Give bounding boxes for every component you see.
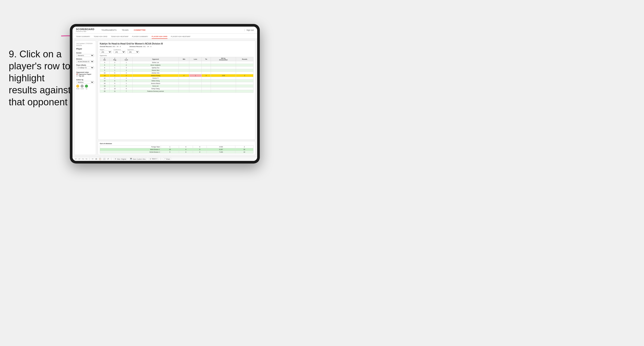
table-row[interactable]: 3 2 1 Esther Lee [100, 61, 254, 64]
tablet-screen: SCOREBOARD Powered by clippi TOURNAMENTS… [72, 27, 257, 161]
tab-team-h2h-grid[interactable]: TEAM H2H GRID [94, 35, 108, 39]
reset-icon[interactable]: ↺ [107, 158, 109, 160]
table-row[interactable]: 6 1 3 Sydney Kuo [100, 66, 254, 69]
cell-loss [189, 90, 202, 93]
grid-title: Katelyn Vo Head-to-Head Grid for Women's… [100, 42, 254, 45]
cell-div: 9 [100, 69, 110, 72]
save-custom-button[interactable]: 💾 Save Custom View [129, 158, 147, 160]
view-original-button[interactable]: 👁 View: Original [114, 158, 127, 160]
cell-conf: 4 [120, 69, 132, 72]
table-row[interactable]: 9 1 4 Sharon Mun [100, 69, 254, 72]
list-item[interactable]: NAIA Division 1 15 0 0 9.267 30 [100, 148, 254, 151]
table-row[interactable]: 15 8 5 Stella Cheng [100, 80, 254, 82]
opponent-filter-group: Opponent (All) [127, 49, 139, 53]
grid-container: Katelyn Vo Head-to-Head Grid for Women's… [98, 40, 256, 140]
cell-reg: 9 [109, 82, 120, 85]
sidebar: Last Updated: 27/03/2024 16:55:38 Player… [74, 40, 96, 155]
region-filter-select[interactable]: (All) [100, 51, 112, 53]
out-div-title: Out of division [100, 143, 254, 145]
table-row[interactable]: 20 11 7 Federica Domecq Lacroze [100, 90, 254, 93]
paint-icon[interactable]: ⬜ [103, 158, 106, 160]
copy-icon[interactable]: ⊞ [96, 158, 97, 160]
paste-icon[interactable]: 📋 [99, 158, 101, 160]
nav-teams[interactable]: TEAMS [122, 29, 128, 31]
undo2-icon[interactable]: ↩ [78, 158, 80, 160]
player-rank-select[interactable]: 8. Katelyn Vo [76, 66, 94, 69]
radio-opponents-played[interactable]: Opponents Played [76, 73, 94, 75]
grid-table: #Div #Reg #Conf Opponent Win Loss Tie Di… [100, 57, 254, 93]
cell-diff [211, 69, 236, 72]
colour-by-select[interactable]: Win/loss [76, 81, 94, 84]
radio-top100[interactable]: Top 100 [76, 75, 94, 77]
annotation-container: 9. Click on a player's row to highlight … [9, 48, 72, 108]
cell-tie [202, 82, 211, 85]
cell-tie [202, 64, 211, 66]
cell-div: 15 [100, 80, 110, 82]
cell-reg: 1 [109, 69, 120, 72]
out-div-col2: 0 [179, 148, 193, 151]
out-div-col2: 0 [179, 146, 193, 148]
nav-committee[interactable]: COMMITTEE [134, 29, 146, 31]
cell-win: 0 [179, 74, 189, 77]
nav-tournaments[interactable]: TOURNAMENTS [101, 29, 116, 31]
cell-win [179, 87, 189, 90]
grid-table-wrapper[interactable]: #Div #Reg #Conf Opponent Win Loss Tie Di… [100, 57, 254, 138]
cell-loss [189, 61, 202, 64]
col-rounds: Rounds [236, 57, 254, 61]
table-row[interactable]: 14 7 4 Eunice Yi [100, 77, 254, 80]
filter-row: Region (All) Conference (All) [100, 49, 254, 53]
out-div-col1: 15 [161, 148, 179, 151]
division-record: Division Record: 331 - 34 - 6 [130, 46, 151, 47]
table-row[interactable]: 13 1 2 Jessica Huang 0 1 0 -3.00 2 [100, 74, 254, 77]
tab-team-h2h-heatmap[interactable]: TEAM H2H HEATMAP [111, 35, 128, 39]
cell-win [179, 85, 189, 87]
out-div-col3: 0 [193, 148, 207, 151]
division-select[interactable]: NCAA Division III [76, 60, 94, 63]
watch-button[interactable]: 👁 Watch ▾ [148, 158, 158, 160]
list-item[interactable]: NCAA Division 2 5 0 0 7.400 10 [100, 151, 254, 154]
tab-player-h2h-heatmap[interactable]: PLAYER H2H HEATMAP [171, 35, 190, 39]
cell-conf: 7 [120, 90, 132, 93]
undo-icon[interactable]: ↩ [75, 158, 77, 160]
table-row[interactable]: 16 9 1 Jessica Mason [100, 82, 254, 85]
colour-level [80, 85, 84, 88]
tab-player-summary[interactable]: PLAYER SUMMARY [132, 35, 148, 39]
table-row[interactable]: 18 2 2 Euna Lee [100, 85, 254, 87]
colour-labels: Down Level Up [76, 88, 94, 89]
cell-loss [189, 82, 202, 85]
out-div-name: Foreign Team [100, 146, 161, 148]
col-div: #Div [100, 57, 110, 61]
table-row[interactable]: 5 2 2 Alexis Sudjianto [100, 64, 254, 66]
redo-icon[interactable]: ↪ [82, 158, 84, 160]
record-row: Overall Record: 353 - 34 - 6 Division Re… [100, 46, 254, 47]
col-win: Win [179, 57, 189, 61]
col-reg: #Reg [109, 57, 120, 61]
opponent-view-section: Opponent view Opponents Played Top 100 [76, 70, 94, 77]
tab-team-summary[interactable]: TEAM SUMMARY [76, 35, 90, 39]
cell-reg: 7 [109, 77, 120, 80]
out-div-col1: 5 [161, 151, 179, 154]
cell-diff [211, 82, 236, 85]
table-row[interactable]: 10 6 3 Andrea York [100, 72, 254, 74]
opponent-filter-select[interactable]: (All) [127, 51, 139, 53]
cell-rounds [236, 85, 254, 87]
cell-conf: 5 [120, 80, 132, 82]
conference-filter-select[interactable]: (All) [114, 51, 126, 53]
share-button[interactable]: ↗ Share [163, 158, 171, 160]
list-item[interactable]: Foreign Team 1 0 0 4.500 2 [100, 146, 254, 148]
cell-win [179, 80, 189, 82]
scissors-icon[interactable]: ✂ [92, 158, 94, 160]
table-row[interactable]: 19 10 6 Emily Chang [100, 87, 254, 90]
cell-rounds [236, 80, 254, 82]
cell-win [179, 77, 189, 80]
out-div-col5: 10 [235, 151, 254, 154]
redo2-icon[interactable]: ↪ [86, 158, 87, 160]
view-icon: 👁 [114, 158, 116, 160]
cell-rounds [236, 82, 254, 85]
cell-reg: 2 [109, 85, 120, 87]
out-div-col2: 0 [179, 151, 193, 154]
gender-select[interactable]: Women's [76, 54, 94, 57]
sign-out-button[interactable]: Sign out [244, 29, 254, 31]
radio-dot-played [76, 73, 78, 75]
tab-player-h2h-grid[interactable]: PLAYER H2H GRID [152, 35, 168, 39]
